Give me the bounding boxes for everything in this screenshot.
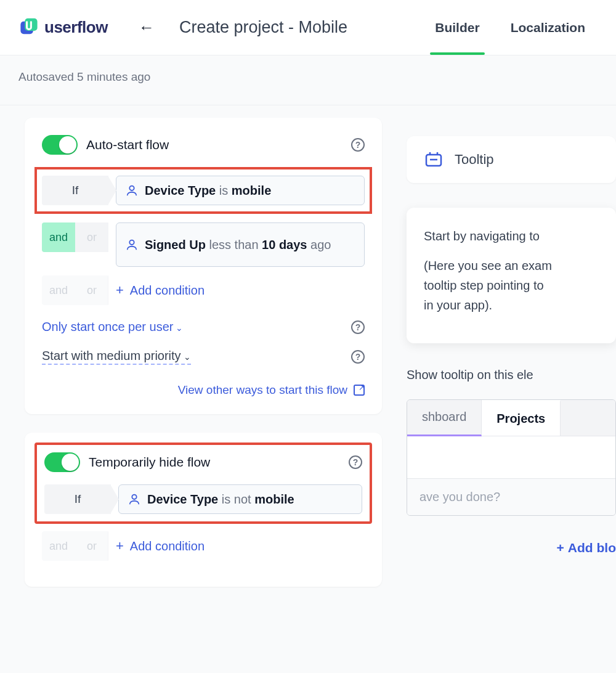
user-icon [128, 492, 141, 506]
priority-row: Start with medium priority⌄ ? [42, 349, 365, 365]
hide-flow-toggle[interactable] [44, 452, 80, 472]
help-icon[interactable]: ? [349, 455, 362, 469]
if-label: If [44, 484, 111, 514]
preview-text: (Here you see an exam tooltip step point… [424, 256, 599, 315]
user-icon [125, 184, 139, 197]
preview-tabs: shboard Projects [407, 400, 615, 436]
preview-footer: ave you done? [407, 479, 615, 515]
left-column: Auto-start flow ? If Device Type is mobi… [25, 118, 382, 587]
help-icon[interactable]: ? [351, 320, 365, 334]
main-content: Auto-start flow ? If Device Type is mobi… [0, 105, 616, 611]
right-column: Tooltip Start by navigating to (Here you… [407, 118, 616, 587]
logo-text: userflow [44, 18, 108, 37]
help-icon[interactable]: ? [351, 350, 365, 364]
if-label: If [42, 176, 108, 205]
preview-tab-projects[interactable]: Projects [482, 400, 561, 436]
condition-device-type[interactable]: Device Type is mobile [116, 176, 365, 205]
preview-tab-dashboard[interactable]: shboard [407, 400, 482, 436]
condition-row-device-type-not: If Device Type is not mobile [44, 484, 362, 514]
priority-dropdown[interactable]: Start with medium priority⌄ [42, 349, 191, 365]
add-condition-button[interactable]: + Add condition [116, 275, 365, 305]
nav-tabs: Builder Localization [435, 0, 585, 55]
tab-localization[interactable]: Localization [511, 0, 585, 55]
help-icon[interactable]: ? [351, 138, 365, 152]
back-arrow-icon[interactable]: ← [139, 18, 155, 37]
svg-point-3 [129, 240, 134, 245]
connector-if: If [42, 176, 108, 205]
preview-body [407, 436, 615, 479]
tab-builder[interactable]: Builder [435, 0, 479, 55]
svg-point-2 [129, 186, 134, 190]
condition-text: Signed Up less than 10 days ago [145, 238, 331, 252]
tooltip-icon [424, 150, 444, 169]
add-condition-row: and or + Add condition [42, 531, 365, 561]
plus-icon: + [116, 282, 124, 298]
external-link-icon [354, 385, 365, 396]
tooltip-preview: Start by navigating to (Here you see an … [407, 208, 616, 343]
preview-text: Start by navigating to [424, 226, 599, 246]
chevron-down-icon: ⌄ [176, 323, 183, 333]
autosave-status: Autosaved 5 minutes ago [0, 55, 616, 105]
card-header: Auto-start flow ? [42, 135, 365, 155]
element-preview: shboard Projects ave you done? [407, 399, 616, 516]
condition-signed-up[interactable]: Signed Up less than 10 days ago [116, 222, 365, 267]
svg-point-4 [132, 495, 136, 499]
hide-flow-title: Temporarily hide flow [89, 455, 340, 470]
userflow-logo-icon [18, 17, 39, 38]
chevron-down-icon: ⌄ [184, 352, 191, 362]
auto-start-flow-card: Auto-start flow ? If Device Type is mobi… [25, 118, 382, 414]
user-icon [125, 238, 139, 251]
or-label[interactable]: or [75, 222, 108, 252]
show-tooltip-label: Show tooltip on this ele [407, 368, 616, 382]
condition-text: Device Type is not mobile [147, 492, 294, 507]
once-per-user-row: Only start once per user⌄ ? [42, 320, 365, 334]
auto-start-toggle[interactable] [42, 135, 78, 155]
condition-row-device-type: If Device Type is mobile [34, 167, 372, 214]
tooltip-step-card[interactable]: Tooltip [407, 136, 616, 183]
connector-placeholder: and or [42, 531, 108, 561]
add-condition-button[interactable]: + Add condition [116, 531, 365, 561]
auto-start-title: Auto-start flow [86, 137, 342, 152]
and-label[interactable]: and [42, 222, 75, 252]
add-block-button[interactable]: +Add blo [407, 540, 616, 555]
app-header: userflow ← Create project - Mobile Build… [0, 0, 616, 55]
connector-placeholder: and or [42, 275, 108, 305]
condition-row-signed-up: and or Signed Up less than 10 days ago [42, 222, 365, 267]
connector-and-or[interactable]: and or [42, 222, 108, 252]
hide-flow-card: Temporarily hide flow ? If Device Type i… [25, 433, 382, 587]
card-header: Temporarily hide flow ? [44, 452, 362, 472]
plus-icon: + [557, 540, 564, 555]
condition-text: Device Type is mobile [145, 184, 271, 198]
tooltip-label: Tooltip [455, 152, 494, 168]
logo[interactable]: userflow [18, 17, 108, 38]
page-title: Create project - Mobile [179, 18, 347, 37]
condition-device-type-not[interactable]: Device Type is not mobile [118, 484, 362, 514]
add-condition-row: and or + Add condition [42, 275, 365, 305]
once-per-user-dropdown[interactable]: Only start once per user⌄ [42, 320, 183, 334]
connector-if: If [44, 484, 111, 514]
view-other-ways-link[interactable]: View other ways to start this flow [42, 383, 365, 397]
plus-icon: + [116, 538, 124, 554]
